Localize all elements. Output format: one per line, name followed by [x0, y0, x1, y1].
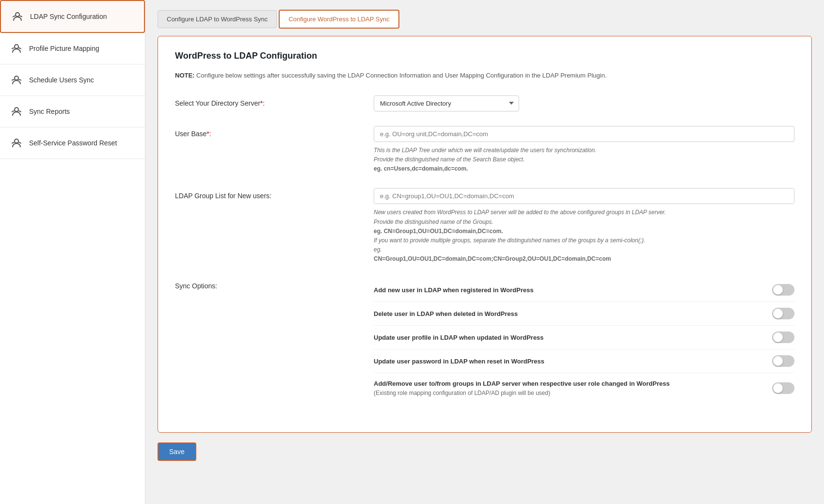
note-prefix: NOTE:: [175, 72, 194, 79]
sync-option-subtext-add-remove-groups: (Existing role mapping configuration of …: [374, 389, 762, 397]
sidebar-item-label-sync-reports: Sync Reports: [29, 108, 70, 115]
sidebar-item-label-self-service-password-reset: Self-Service Password Reset: [29, 139, 117, 147]
tab-configure-ldap-to-wp[interactable]: Configure LDAP to WordPress Sync: [158, 10, 277, 28]
sidebar-item-label-profile-picture-mapping: Profile Picture Mapping: [29, 45, 99, 52]
schedule-icon: [10, 73, 23, 87]
ldap-group-control: New users created from WordPress to LDAP…: [374, 188, 794, 264]
sync-option-toggle-add-new-user[interactable]: [772, 284, 794, 296]
sync-option-update-password: Update user password in LDAP when reset …: [374, 349, 794, 373]
sync-option-add-new-user: Add new user in LDAP when registered in …: [374, 278, 794, 302]
sidebar-item-ldap-sync-config[interactable]: LDAP Sync Configuration: [0, 0, 145, 33]
sync-option-text-add-remove-groups: Add/Remove user to/from groups in LDAP s…: [374, 379, 772, 397]
sidebar-item-label-schedule-users-sync: Schedule Users Sync: [29, 76, 94, 84]
sync-option-toggle-delete-user[interactable]: [772, 308, 794, 319]
main-content: Configure LDAP to WordPress SyncConfigur…: [145, 0, 824, 504]
sync-option-text-delete-user: Delete user in LDAP when deleted in Word…: [374, 309, 772, 319]
svg-point-2: [15, 76, 18, 80]
reports-icon: [10, 105, 23, 118]
sidebar-item-profile-picture-mapping[interactable]: Profile Picture Mapping: [0, 33, 145, 64]
sidebar: LDAP Sync Configuration Profile Picture …: [0, 0, 145, 504]
config-box: WordPress to LDAP Configuration NOTE: Co…: [158, 36, 812, 433]
save-button[interactable]: Save: [158, 442, 196, 461]
sync-option-text-update-password: Update user password in LDAP when reset …: [374, 357, 772, 366]
directory-server-label: Select Your Directory Server*:: [175, 95, 359, 107]
sidebar-item-sync-reports[interactable]: Sync Reports: [0, 96, 145, 127]
sync-option-delete-user: Delete user in LDAP when deleted in Word…: [374, 302, 794, 326]
directory-server-row: Select Your Directory Server*: Microsoft…: [175, 95, 794, 111]
directory-server-select[interactable]: Microsoft Active Directory OpenLDAP Othe…: [374, 95, 519, 111]
note-text: NOTE: Configure below settings after suc…: [175, 71, 794, 81]
sync-option-text-add-new-user: Add new user in LDAP when registered in …: [374, 285, 772, 295]
user-base-input[interactable]: [374, 126, 794, 142]
sync-option-toggle-update-profile[interactable]: [772, 331, 794, 343]
sync-icon: [11, 10, 24, 23]
sync-option-toggle-update-password[interactable]: [772, 355, 794, 367]
sync-option-update-profile: Update user profile in LDAP when updated…: [374, 326, 794, 349]
sidebar-item-schedule-users-sync[interactable]: Schedule Users Sync: [0, 64, 145, 96]
note-body: Configure below settings after successfu…: [196, 72, 606, 79]
user-base-label: User Base*:: [175, 126, 359, 138]
tab-configure-wp-to-ldap[interactable]: Configure WordPress to LDAP Sync: [279, 10, 399, 29]
tabs-bar: Configure LDAP to WordPress SyncConfigur…: [158, 10, 812, 29]
user-base-row: User Base*: This is the LDAP Tree under …: [175, 126, 794, 174]
user-base-hint: This is the LDAP Tree under which we wil…: [374, 146, 794, 174]
user-base-control: This is the LDAP Tree under which we wil…: [374, 126, 794, 174]
sync-option-add-remove-groups: Add/Remove user to/from groups in LDAP s…: [374, 373, 794, 403]
password-icon: [10, 136, 23, 150]
profile-icon: [10, 42, 23, 55]
directory-server-control: Microsoft Active Directory OpenLDAP Othe…: [374, 95, 794, 111]
svg-point-4: [15, 139, 18, 143]
ldap-group-label: LDAP Group List for New users:: [175, 188, 359, 200]
ldap-group-input[interactable]: [374, 188, 794, 204]
svg-point-0: [16, 13, 19, 16]
sidebar-item-self-service-password-reset[interactable]: Self-Service Password Reset: [0, 127, 145, 159]
sidebar-item-label-ldap-sync-config: LDAP Sync Configuration: [30, 13, 107, 20]
config-title: WordPress to LDAP Configuration: [175, 51, 794, 61]
sync-options-list: Add new user in LDAP when registered in …: [374, 278, 794, 403]
sync-options-label: Sync Options:: [175, 278, 359, 403]
svg-point-3: [15, 108, 18, 111]
sync-options-row: Sync Options: Add new user in LDAP when …: [175, 278, 794, 403]
sync-option-text-update-profile: Update user profile in LDAP when updated…: [374, 333, 772, 343]
svg-point-1: [15, 45, 18, 48]
sync-option-toggle-add-remove-groups[interactable]: [772, 382, 794, 394]
ldap-group-hint: New users created from WordPress to LDAP…: [374, 208, 794, 264]
ldap-group-row: LDAP Group List for New users: New users…: [175, 188, 794, 264]
